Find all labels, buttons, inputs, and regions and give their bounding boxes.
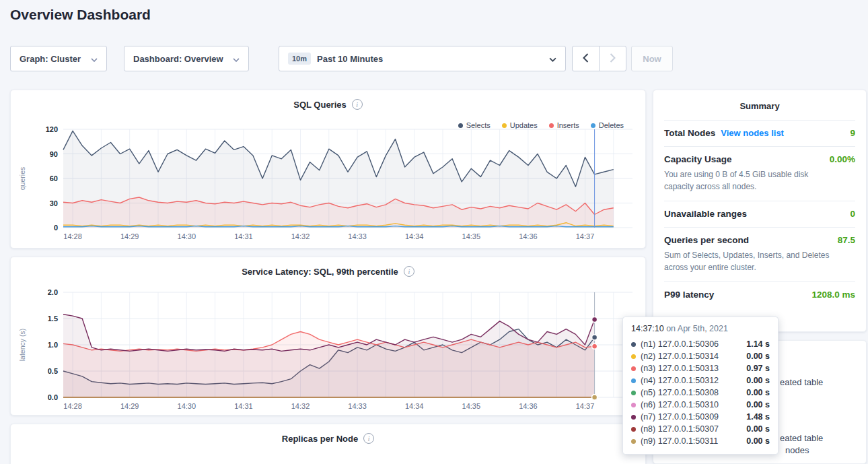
svg-text:14:30: 14:30 bbox=[178, 232, 196, 240]
svg-text:14:36: 14:36 bbox=[519, 232, 538, 240]
series-color-dot bbox=[631, 342, 636, 347]
chart-title: SQL Queries bbox=[293, 100, 347, 110]
svg-text:14:35: 14:35 bbox=[462, 232, 481, 240]
service-latency-chart[interactable]: 0.00.51.01.52.014:2814:2914:3014:3114:32… bbox=[16, 286, 642, 415]
chevron-down-icon bbox=[91, 54, 98, 64]
svg-text:14:28: 14:28 bbox=[63, 232, 82, 240]
dashboard-dropdown[interactable]: Dashboard: Overview bbox=[124, 46, 249, 71]
summary-row-unavailable-ranges: Unavailable ranges0 bbox=[664, 201, 855, 227]
svg-text:1.5: 1.5 bbox=[48, 314, 58, 323]
summary-subtext: You are using 0 B of 4.5 GiB usable disk… bbox=[664, 168, 855, 193]
tooltip-node-label: (n5) 127.0.0.1:50308 bbox=[641, 388, 719, 397]
tooltip-node-label: (n4) 127.0.0.1:50312 bbox=[641, 376, 719, 385]
svg-text:14:30: 14:30 bbox=[178, 402, 196, 410]
svg-text:14:29: 14:29 bbox=[120, 232, 139, 240]
tooltip-node-value: 1.14 s bbox=[746, 339, 770, 349]
chevron-down-icon bbox=[233, 54, 240, 64]
chart-title: Replicas per Node bbox=[282, 434, 358, 444]
svg-text:30: 30 bbox=[50, 199, 58, 207]
tooltip-node-row: (n7) 127.0.0.1:503091.48 s bbox=[631, 411, 770, 423]
svg-text:0.5: 0.5 bbox=[48, 367, 58, 375]
tooltip-node-value: 0.00 s bbox=[746, 376, 770, 385]
chevron-right-icon bbox=[610, 53, 616, 65]
series-color-dot bbox=[631, 366, 636, 371]
tooltip-node-row: (n5) 127.0.0.1:503080.00 s bbox=[631, 387, 770, 399]
summary-value: 0.00% bbox=[830, 154, 855, 164]
svg-text:60: 60 bbox=[50, 174, 58, 183]
svg-text:14:32: 14:32 bbox=[291, 232, 310, 240]
chart-hover-tooltip: 14:37:10 on Apr 5th, 2021 (n1) 127.0.0.1… bbox=[622, 317, 779, 455]
summary-label: Queries per second bbox=[664, 235, 749, 245]
tooltip-timestamp: 14:37:10 on Apr 5th, 2021 bbox=[631, 324, 770, 333]
next-time-button[interactable] bbox=[599, 46, 626, 71]
tooltip-node-value: 0.00 s bbox=[746, 436, 770, 446]
replicas-per-node-chart-panel: Replicas per Node bbox=[10, 424, 646, 464]
view-nodes-list-link[interactable]: View nodes list bbox=[721, 128, 784, 138]
svg-text:120: 120 bbox=[46, 125, 58, 133]
page-title: Overview Dashboard bbox=[10, 7, 151, 23]
tooltip-node-value: 0.00 s bbox=[746, 400, 770, 409]
tooltip-node-label: (n7) 127.0.0.1:50309 bbox=[641, 412, 719, 422]
svg-text:14:28: 14:28 bbox=[63, 402, 82, 410]
summary-label: Unavailable ranges bbox=[664, 209, 747, 219]
tooltip-node-label: (n3) 127.0.0.1:50313 bbox=[641, 364, 719, 373]
tooltip-node-value: 0.00 s bbox=[746, 352, 770, 361]
chevron-down-icon bbox=[549, 54, 556, 64]
svg-text:14:35: 14:35 bbox=[462, 402, 481, 410]
summary-value: 1208.0 ms bbox=[811, 290, 855, 300]
time-range-dropdown[interactable]: 10m Past 10 Minutes bbox=[279, 46, 566, 71]
tooltip-node-row: (n2) 127.0.0.1:503140.00 s bbox=[631, 350, 770, 362]
summary-value: 87.5 bbox=[838, 235, 855, 245]
series-color-dot bbox=[631, 354, 636, 359]
tooltip-node-value: 1.48 s bbox=[746, 412, 770, 422]
tooltip-node-row: (n8) 127.0.0.1:503070.00 s bbox=[631, 423, 770, 435]
summary-value: 0 bbox=[850, 209, 855, 219]
dashboard-dropdown-label: Dashboard: Overview bbox=[133, 54, 223, 64]
summary-label: Capacity Usage bbox=[664, 154, 732, 164]
svg-text:14:37: 14:37 bbox=[576, 402, 595, 410]
chevron-left-icon bbox=[583, 53, 589, 65]
now-button[interactable]: Now bbox=[631, 46, 673, 71]
series-color-dot bbox=[631, 439, 636, 444]
event-text-fragment: eated table bbox=[780, 377, 823, 387]
time-range-badge: 10m bbox=[288, 53, 311, 65]
svg-text:14:31: 14:31 bbox=[234, 402, 253, 410]
svg-text:14:34: 14:34 bbox=[405, 232, 424, 240]
summary-row-total-nodes: Total NodesView nodes list9 bbox=[664, 120, 855, 146]
svg-text:latency (s): latency (s) bbox=[18, 329, 26, 361]
service-latency-chart-panel: Service Latency: SQL, 99th percentile 0.… bbox=[10, 257, 646, 416]
tooltip-node-label: (n8) 127.0.0.1:50307 bbox=[641, 424, 719, 434]
time-pager bbox=[572, 46, 626, 71]
series-color-dot bbox=[631, 378, 636, 383]
info-icon[interactable] bbox=[363, 433, 374, 444]
series-color-dot bbox=[631, 403, 636, 407]
chart-title: Service Latency: SQL, 99th percentile bbox=[242, 267, 398, 277]
tooltip-node-label: (n9) 127.0.0.1:50311 bbox=[641, 436, 718, 446]
tooltip-node-value: 0.97 s bbox=[746, 364, 770, 373]
summary-subtext: Sum of Selects, Updates, Inserts, and De… bbox=[664, 249, 855, 273]
summary-row-capacity-usage: Capacity Usage0.00%You are using 0 B of … bbox=[664, 146, 855, 201]
event-text-fragment: eated table bbox=[780, 433, 823, 443]
svg-text:14:33: 14:33 bbox=[348, 232, 367, 240]
event-text-fragment: nodes bbox=[785, 445, 809, 455]
sql-queries-chart[interactable]: 030609012014:2814:2914:3014:3114:3214:33… bbox=[16, 123, 642, 245]
tooltip-node-label: (n2) 127.0.0.1:50314 bbox=[641, 352, 719, 361]
prev-time-button[interactable] bbox=[572, 46, 600, 71]
series-color-dot bbox=[631, 391, 636, 395]
time-range-label: Past 10 Minutes bbox=[317, 54, 383, 64]
svg-text:14:34: 14:34 bbox=[405, 402, 424, 410]
series-color-dot bbox=[631, 427, 636, 432]
graph-dropdown-label: Graph: Cluster bbox=[20, 54, 81, 64]
summary-row-p99-latency: P99 latency1208.0 ms bbox=[664, 281, 855, 308]
svg-text:14:32: 14:32 bbox=[291, 402, 310, 410]
summary-label: P99 latency bbox=[664, 290, 714, 300]
tooltip-node-value: 0.00 s bbox=[746, 388, 770, 397]
info-icon[interactable] bbox=[352, 99, 363, 110]
tooltip-node-value: 0.00 s bbox=[746, 424, 770, 434]
info-icon[interactable] bbox=[404, 266, 414, 277]
summary-label: Total Nodes bbox=[664, 128, 715, 138]
svg-text:14:37: 14:37 bbox=[576, 232, 595, 240]
graph-dropdown[interactable]: Graph: Cluster bbox=[10, 46, 107, 71]
summary-value: 9 bbox=[850, 128, 855, 138]
tooltip-node-row: (n3) 127.0.0.1:503130.97 s bbox=[631, 362, 770, 374]
